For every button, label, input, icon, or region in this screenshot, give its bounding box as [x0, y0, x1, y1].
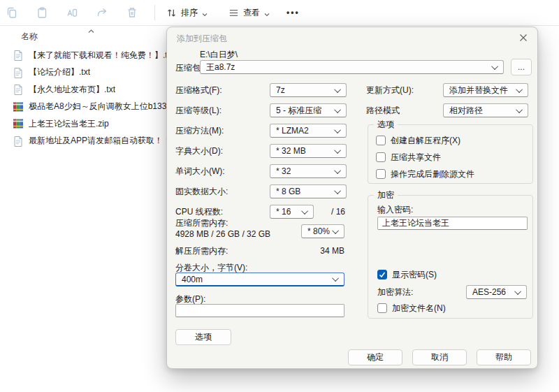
archive-name-value: 王a8.7z	[206, 61, 235, 73]
sort-label: 排序	[181, 7, 198, 19]
delete-icon[interactable]	[126, 6, 138, 19]
options-group-legend: 选项	[374, 119, 398, 131]
cpu-threads-select[interactable]: * 16	[270, 205, 314, 219]
explorer-toolbar: 排序 查看 •••	[0, 0, 559, 26]
paste-icon[interactable]	[36, 6, 48, 19]
memory-percent-select[interactable]: * 80%	[301, 224, 344, 238]
chevron-down-icon	[334, 147, 341, 154]
chevron-down-icon	[334, 187, 341, 194]
rename-icon[interactable]	[66, 6, 78, 19]
show-password-checkbox[interactable]: 显示密码(S)	[377, 269, 437, 280]
options-button[interactable]: 选项	[175, 329, 231, 345]
compress-shared-label: 压缩共享文件	[391, 152, 441, 164]
list-item[interactable]: 【论坛介绍】.txt	[13, 65, 173, 80]
list-item[interactable]: 最新地址及APP请发邮箱自动获取！！！....	[13, 133, 173, 149]
encryption-group: 加密 输入密码: 上老王论坛当老王 显示密码(S) 加密算法: AES-256 …	[368, 195, 533, 319]
toolbar-separator	[154, 5, 155, 20]
text-file-icon	[13, 50, 24, 61]
password-input[interactable]: 上老王论坛当老王	[377, 217, 528, 230]
encrypt-filenames-checkbox[interactable]: 加密文件名(N)	[377, 303, 446, 314]
list-item[interactable]: 【永久地址发布页】.txt	[13, 82, 173, 97]
column-header-name[interactable]: 名称	[21, 31, 38, 43]
compress-shared-checkbox[interactable]: 压缩共享文件	[376, 152, 441, 163]
file-name: 【永久地址发布页】.txt	[29, 84, 115, 96]
method-select[interactable]: * LZMA2	[270, 124, 347, 138]
dictionary-select[interactable]: * 32 MB	[270, 144, 347, 158]
delete-after-checkbox[interactable]: 操作完成后删除源文件	[376, 168, 474, 180]
list-item[interactable]: 【来了就能下载和观看！纯免费！】.txt	[13, 48, 173, 63]
cpu-threads-value: * 16	[276, 207, 291, 217]
more-options-button[interactable]: •••	[286, 8, 300, 17]
archive-icon	[13, 101, 24, 112]
chevron-down-icon	[332, 275, 339, 282]
list-item[interactable]: 上老王论坛当老王.zip	[13, 116, 173, 131]
enter-password-label: 输入密码:	[377, 203, 413, 217]
cpu-threads-label: CPU 线程数:	[175, 205, 223, 219]
text-file-icon	[13, 67, 24, 78]
method-value: * LZMA2	[276, 126, 309, 136]
format-select[interactable]: 7z	[270, 83, 347, 97]
checkbox-icon	[376, 169, 386, 179]
checkbox-icon	[377, 303, 387, 313]
solid-size-label: 固实数据大小:	[175, 184, 228, 198]
sort-button[interactable]: 排序	[166, 7, 208, 19]
word-size-value: * 32	[276, 166, 291, 176]
word-size-select[interactable]: * 32	[270, 164, 347, 178]
help-button[interactable]: 帮助	[477, 349, 531, 365]
create-sfx-label: 创建自解压程序(X)	[391, 135, 460, 147]
cpu-threads-max: / 16	[317, 205, 345, 219]
level-select[interactable]: 5 - 标准压缩	[270, 103, 347, 117]
options-group: 选项 创建自解压程序(X) 压缩共享文件 操作完成后删除源文件	[368, 124, 533, 184]
encryption-method-label: 加密算法:	[377, 285, 413, 299]
chevron-down-icon	[334, 167, 341, 174]
update-mode-select[interactable]: 添加并替换文件	[443, 83, 528, 97]
browse-button[interactable]: ...	[511, 59, 532, 75]
update-mode-label: 更新方式(U):	[366, 83, 414, 97]
dialog-title: 添加到压缩包	[177, 33, 227, 45]
file-name: 极品老A8少妇～反向调教女上位b133b6...	[29, 101, 173, 112]
text-file-icon	[13, 84, 24, 95]
checkbox-icon	[376, 152, 386, 162]
encryption-group-legend: 加密	[374, 189, 398, 201]
view-button[interactable]: 查看	[228, 7, 270, 19]
memory-percent-value: * 80%	[307, 226, 330, 236]
file-name: 最新地址及APP请发邮箱自动获取！！！....	[29, 135, 173, 147]
chevron-down-icon	[301, 208, 308, 215]
solid-size-select[interactable]: * 8 GB	[270, 184, 347, 198]
dictionary-value: * 32 MB	[276, 146, 306, 156]
level-label: 压缩等级(L):	[175, 103, 222, 117]
path-mode-value: 相对路径	[449, 105, 483, 117]
chevron-down-icon	[491, 63, 498, 70]
archive-icon	[13, 118, 24, 129]
memory-decompress-value: 34 MB	[293, 244, 344, 258]
path-mode-label: 路径模式	[366, 103, 400, 117]
list-item[interactable]: 极品老A8少妇～反向调教女上位b133b6...	[13, 99, 173, 115]
volume-size-combo[interactable]: 400m	[175, 273, 344, 286]
text-file-icon	[13, 136, 24, 147]
archive-path: E:\白日梦\	[200, 48, 238, 61]
word-size-label: 单词大小(W):	[175, 164, 225, 178]
solid-size-value: * 8 GB	[276, 187, 300, 196]
show-password-label: 显示密码(S)	[392, 269, 437, 281]
chevron-down-icon	[264, 10, 270, 15]
archive-name-combo[interactable]: 王a8.7z	[200, 60, 504, 74]
sort-ascending-icon[interactable]	[88, 26, 94, 36]
copy-icon[interactable]	[6, 6, 18, 19]
view-label: 查看	[243, 7, 260, 19]
method-label: 压缩方法(M):	[175, 124, 224, 138]
parameters-input[interactable]	[175, 304, 344, 317]
memory-decompress-label: 解压所需内存:	[175, 244, 228, 258]
chevron-down-icon	[516, 86, 523, 93]
update-mode-value: 添加并替换文件	[449, 85, 508, 96]
chevron-down-icon	[332, 227, 339, 234]
ok-button[interactable]: 确定	[348, 349, 402, 365]
cancel-button[interactable]: 取消	[412, 349, 467, 365]
create-sfx-checkbox[interactable]: 创建自解压程序(X)	[376, 135, 460, 146]
chevron-down-icon	[334, 86, 341, 93]
encryption-method-select[interactable]: AES-256	[466, 285, 527, 299]
close-icon[interactable]	[518, 32, 529, 43]
share-icon[interactable]	[96, 6, 108, 19]
add-to-archive-dialog: 添加到压缩包 压缩包(A) E:\白日梦\ 王a8.7z ... 压缩格式(F)…	[166, 27, 538, 369]
path-mode-select[interactable]: 相对路径	[443, 103, 528, 117]
sort-arrows-icon	[166, 8, 177, 18]
